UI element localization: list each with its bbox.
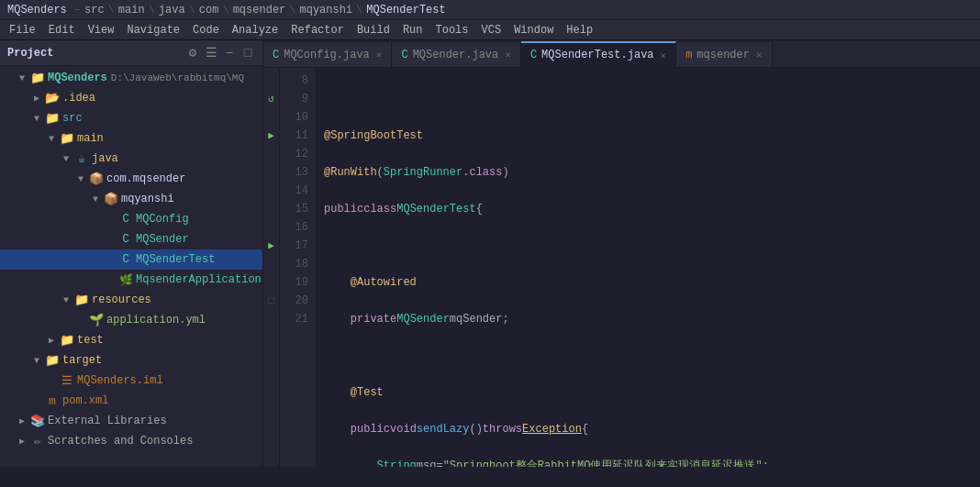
tree-item-mqsenderapplication[interactable]: ▶ 🌿 MqsenderApplication (0, 270, 262, 290)
menu-build[interactable]: Build (351, 22, 395, 39)
target-icon: 📁 (44, 353, 61, 368)
tree-item-test[interactable]: ▶ 📁 test (0, 330, 262, 350)
tree-item-target[interactable]: ▼ 📁 target (0, 350, 262, 371)
tab-mqsendertest-label: MQSenderTest.java (541, 49, 653, 61)
src-icon: 📁 (44, 111, 61, 126)
menu-tools[interactable]: Tools (430, 22, 474, 39)
code-line-13: @Autowired (324, 273, 973, 292)
tab-mqsender[interactable]: C MQSender.java ✕ (392, 41, 520, 67)
tab-mqsendertest-close[interactable]: ✕ (661, 50, 667, 61)
code-line-12 (324, 237, 973, 255)
tabs-bar: C MQConfig.java ✕ C MQSender.java ✕ C MQ… (263, 40, 980, 68)
menu-analyze[interactable]: Analyze (227, 22, 284, 39)
bean-decorator-icon: ↺ (268, 90, 274, 108)
tree-label-idea: .idea (62, 92, 95, 105)
tree-label-mqsenderapplication: MqsenderApplication (136, 273, 262, 286)
folder-icon: 📁 (29, 71, 46, 85)
tree-label-mqconfig: MQConfig (136, 213, 189, 226)
tab-mqsender-m-close[interactable]: ✕ (756, 49, 763, 61)
tree-item-idea[interactable]: ▶ 📂 .idea (0, 88, 262, 108)
code-editor[interactable]: ↺ ▶ ▶ □ 8 9 10 11 12 13 (263, 68, 980, 467)
tree-item-mqconfig[interactable]: ▶ C MQConfig (0, 209, 262, 229)
expand-icon[interactable]: □ (240, 46, 255, 61)
menu-bar: File Edit View Navigate Code Analyze Ref… (0, 20, 980, 40)
minimize-icon[interactable]: − (222, 46, 237, 61)
tree-label-pomxml: pom.xml (62, 394, 108, 407)
tree-label-package: com.mqsender (106, 172, 185, 185)
project-panel-header: Project ⚙ ☰ − □ (0, 40, 262, 66)
tree-item-resources[interactable]: ▼ 📁 resources (0, 290, 262, 310)
scratches-icon: ✏ (29, 434, 46, 448)
tree-label-external: External Libraries (48, 415, 167, 427)
tab-mqconfig[interactable]: C MQConfig.java ✕ (263, 41, 392, 67)
run2-decorator-icon: ▶ (268, 237, 274, 255)
tree-item-mqyanshi[interactable]: ▼ 📦 mqyanshi (0, 189, 262, 209)
code-content[interactable]: @SpringBootTest @RunWith(SpringRunner.cl… (317, 68, 980, 467)
app-title: MQSenders (7, 4, 67, 17)
main-layout: Project ⚙ ☰ − □ ▼ 📁 MQSenders D:\JavaWeb… (0, 40, 980, 467)
tree-item-external-libs[interactable]: ▶ 📚 External Libraries (0, 411, 262, 431)
menu-window[interactable]: Window (508, 22, 559, 39)
subpackage-icon: 📦 (103, 192, 119, 206)
tree-item-mqsendersiml[interactable]: ▶ ☰ MQSenders.iml (0, 371, 262, 391)
code-line-18: String msg = "Springboot整合RabbitMQ使用延迟队列… (324, 457, 973, 467)
tree-item-com-mqsender[interactable]: ▼ 📦 com.mqsender (0, 169, 262, 189)
tree-label-scratches: Scratches and Consoles (48, 435, 193, 448)
tree-item-pomxml[interactable]: ▶ m pom.xml (0, 391, 262, 411)
menu-file[interactable]: File (4, 22, 41, 39)
menu-navigate[interactable]: Navigate (121, 22, 185, 39)
tree-label-main: main (77, 132, 104, 145)
code-line-8 (324, 90, 973, 108)
menu-refactor[interactable]: Refactor (285, 22, 350, 39)
menu-vcs[interactable]: VCS (476, 22, 507, 39)
tree-label-mqsendertest: MQSenderTest (136, 253, 215, 266)
menu-help[interactable]: Help (561, 22, 598, 39)
tree-item-applicationyml[interactable]: ▶ 🌱 application.yml (0, 310, 262, 330)
tree-item-scratches[interactable]: ▶ ✏ Scratches and Consoles (0, 431, 262, 451)
test-folder-icon: 📁 (59, 333, 75, 348)
tab-mqconfig-close[interactable]: ✕ (376, 49, 383, 61)
code-line-17: public void sendLazy() throws Exception … (324, 420, 973, 438)
tree-item-java[interactable]: ▼ ☕ java (0, 149, 262, 169)
menu-view[interactable]: View (83, 22, 120, 39)
run-decorator-icon: ▶ (268, 127, 274, 145)
tree-item-main[interactable]: ▼ 📁 main (0, 128, 262, 149)
code-line-16: @Test (324, 383, 973, 402)
editor-gutter: ↺ ▶ ▶ □ (263, 68, 280, 467)
javafile3-icon: C (117, 253, 134, 266)
tab-mqsender-m-label: mqsender (696, 49, 750, 61)
tree-item-mqsender[interactable]: ▶ C MQSender (0, 229, 262, 249)
appfile-icon: 🌿 (117, 273, 134, 287)
project-panel: Project ⚙ ☰ − □ ▼ 📁 MQSenders D:\JavaWeb… (0, 40, 263, 467)
settings-icon[interactable]: ⚙ (185, 45, 200, 61)
tree-item-root[interactable]: ▼ 📁 MQSenders D:\JavaWeb\rabbitmq\MQ (0, 68, 262, 88)
tab-mqsender-m[interactable]: m mqsender ✕ (676, 41, 772, 67)
tab-mqsendertest[interactable]: C MQSenderTest.java ✕ (521, 41, 676, 67)
tab-mqsendertest-icon: C (530, 49, 537, 61)
panel-title: Project (7, 47, 182, 60)
layout-icon[interactable]: ☰ (204, 45, 218, 61)
javafile2-icon: C (117, 233, 134, 246)
panel-icons: ⚙ ☰ − □ (185, 45, 255, 61)
tab-mqsender-label: MQSender.java (413, 49, 499, 61)
breadcrumb: – src \ main \ java \ com \ mqsender \ m… (74, 4, 446, 17)
javafile-icon: C (117, 213, 134, 226)
tree-label-mqsendersiml: MQSenders.iml (77, 374, 163, 387)
tree-item-src[interactable]: ▼ 📁 src (0, 108, 262, 128)
idea-icon: 📂 (44, 91, 61, 105)
tree-label-test: test (77, 334, 104, 347)
menu-edit[interactable]: Edit (43, 22, 81, 39)
line-numbers: 8 9 10 11 12 13 14 15 16 17 18 19 20 21 (280, 68, 317, 467)
menu-run[interactable]: Run (397, 22, 429, 39)
code-line-11: public class MQSenderTest { (324, 200, 973, 218)
tree-item-mqsendertest[interactable]: ▶ C MQSenderTest (0, 249, 262, 270)
tree-label-target: target (62, 354, 102, 367)
tab-mqsender-close[interactable]: ✕ (505, 49, 511, 61)
pom-icon: m (44, 394, 61, 408)
java-icon: ☕ (73, 151, 90, 166)
tree-label-applicationyml: application.yml (106, 314, 206, 327)
iml-icon: ☰ (59, 373, 75, 388)
project-tree: ▼ 📁 MQSenders D:\JavaWeb\rabbitmq\MQ ▶ 📂… (0, 66, 262, 467)
menu-code[interactable]: Code (187, 22, 225, 39)
package-icon: 📦 (88, 172, 105, 186)
